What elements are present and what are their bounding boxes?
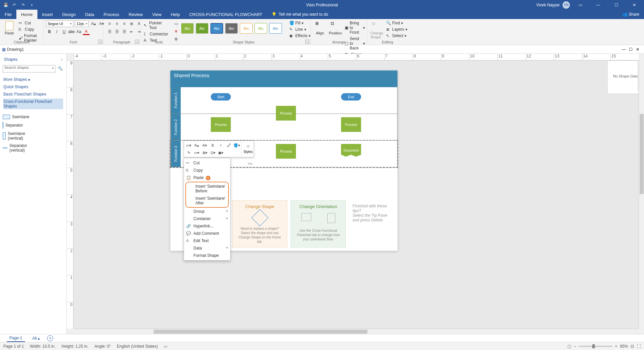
shape-style-5[interactable]: Abc (240, 23, 253, 34)
page-1-tab[interactable]: Page-1 (7, 335, 25, 342)
menu-insert-before[interactable]: Insert 'Swimlane' Before (186, 183, 228, 195)
zoom-level[interactable]: 85% (620, 344, 628, 349)
tab-data[interactable]: Data (80, 10, 99, 19)
fit-window-icon[interactable]: ⊡ (631, 344, 634, 349)
fill-button[interactable]: 🪣Fill ▾ (289, 20, 311, 26)
shape-style-3-selected[interactable]: Abc (210, 23, 223, 34)
hscroll-thumb[interactable] (154, 330, 367, 334)
mini-style-icon[interactable]: ▭▾ (185, 142, 192, 149)
align-button[interactable]: ⊞Align (313, 20, 327, 36)
tab-home[interactable]: Home (16, 10, 37, 19)
align-bottom-icon[interactable]: ≡ (121, 20, 128, 27)
font-dialog-launcher[interactable]: ↘ (98, 40, 102, 44)
search-icon[interactable]: 🔍 (57, 65, 64, 72)
process-shape-3[interactable]: Process (341, 117, 361, 132)
swimlane-title[interactable]: Shared Process (170, 70, 397, 87)
paste-button[interactable]: Paste (3, 20, 16, 36)
mini-fill2-icon[interactable]: ▭▾ (193, 149, 200, 156)
align-middle-icon[interactable]: ≡ (114, 20, 120, 27)
align-right-icon[interactable]: ☰ (121, 28, 128, 35)
tab-cross-functional[interactable]: CROSS-FUNCTIONAL FLOWCHART (184, 10, 267, 19)
drawing-canvas[interactable]: Shared Process Function 1 Start Process … (73, 60, 639, 329)
cross-functional-link[interactable]: Cross-Functional Flowchart Shapes (3, 99, 63, 109)
mini-highlight-icon[interactable]: 🖍 (225, 142, 232, 149)
bullets-icon[interactable]: ≣ (128, 20, 135, 27)
more-shapes-link[interactable]: More Shapes ▸ (3, 76, 63, 82)
mini-line-icon[interactable]: ✎ (185, 149, 192, 156)
position-button[interactable]: ⊡Position (329, 20, 342, 36)
separator-vertical-shape[interactable]: Separator (vertical) (3, 143, 33, 153)
full-screen-icon[interactable]: ⛶ (637, 344, 641, 349)
layers-button[interactable]: ≣Layers ▾ (385, 27, 408, 32)
menu-paste[interactable]: 📋Paste1 (184, 174, 230, 182)
tell-me-search[interactable]: 💡 Tell me what you want to do (272, 10, 328, 19)
macro-record-icon[interactable]: ▭ (164, 344, 167, 349)
zoom-in-button[interactable]: + (615, 344, 617, 349)
tab-file[interactable]: File (0, 10, 16, 19)
shape-style-6[interactable]: Abc (255, 23, 267, 34)
separator-shape[interactable]: Separator (3, 122, 33, 129)
font-size-select[interactable]: 12pt. (75, 20, 89, 27)
user-name[interactable]: Vivek Nayyar (536, 3, 560, 7)
copy-button[interactable]: ⎘Copy (18, 27, 40, 32)
tab-review[interactable]: Review (124, 10, 148, 19)
add-page-button[interactable]: + (47, 335, 53, 341)
vertical-scrollbar[interactable] (639, 60, 644, 329)
menu-edit-text[interactable]: AEdit Text (184, 237, 230, 244)
minimize-button[interactable]: — (591, 0, 606, 10)
start-shape[interactable]: Start (211, 93, 231, 101)
menu-format-shape[interactable]: Format Shape (184, 252, 230, 259)
collapse-pane-icon[interactable]: ‹ (61, 57, 62, 62)
document-shape[interactable]: Document (341, 144, 361, 157)
shape-style-7[interactable]: Abc (269, 23, 282, 34)
basic-flowchart-link[interactable]: Basic Flowchart Shapes (3, 91, 63, 97)
effects-button[interactable]: ◉Effects ▾ (289, 33, 311, 38)
tab-view[interactable]: View (148, 10, 166, 19)
doc-minimize-icon[interactable]: — (622, 47, 626, 52)
all-pages-tab[interactable]: All ▴ (30, 335, 43, 342)
share-button[interactable]: 👥 Share (618, 10, 644, 19)
tab-process[interactable]: Process (99, 10, 124, 19)
search-shapes-input[interactable]: Search shapes (3, 65, 55, 72)
select-button[interactable]: ↖Select ▾ (385, 33, 408, 38)
line-button[interactable]: ✎Line ▾ (289, 27, 311, 32)
zoom-out-button[interactable]: − (574, 344, 576, 349)
horizontal-scrollbar[interactable] (73, 329, 639, 334)
lane-1-label[interactable]: Function 1 (171, 87, 181, 114)
pointer-tool-button[interactable]: ↖Pointer Tool (143, 20, 169, 30)
font-family-select[interactable]: Segoe UI (46, 20, 73, 27)
status-language[interactable]: English (United States) (117, 344, 158, 349)
swimlane-vertical-shape[interactable]: Swimlane (vertical) (3, 131, 33, 141)
tab-insert[interactable]: Insert (37, 10, 58, 19)
cut-button[interactable]: ✂Cut (18, 20, 40, 26)
menu-group[interactable]: Group (184, 208, 230, 215)
paragraph-dialog-launcher[interactable]: ↘ (135, 40, 139, 44)
italic-button[interactable]: I (53, 28, 60, 35)
mini-arrange-icon[interactable]: ▣▾ (217, 149, 224, 156)
tab-help[interactable]: Help (166, 10, 185, 19)
shape-style-2[interactable]: Abc (196, 23, 208, 34)
menu-cut[interactable]: ✂Cut (184, 159, 230, 167)
presentation-mode-icon[interactable]: ▢ (568, 344, 571, 349)
shape-styles-dialog-launcher[interactable]: ↘ (305, 40, 309, 44)
lane-3-label[interactable]: Function 3 (171, 141, 181, 167)
increase-font-icon[interactable]: A▴ (90, 20, 97, 27)
lane-2-label[interactable]: Function 2 (171, 114, 181, 140)
connector-tool-button[interactable]: ⤵Connector (143, 31, 169, 37)
ribbon-options-icon[interactable]: ▭ (573, 0, 588, 10)
bring-front-button[interactable]: ▣Bring to Front ▾ (344, 20, 366, 35)
menu-data[interactable]: Data (184, 244, 230, 252)
decrease-indent-icon[interactable]: ⇤ (128, 28, 135, 35)
align-left-icon[interactable]: ☰ (106, 28, 113, 35)
menu-container[interactable]: Container (184, 215, 230, 222)
shape-style-1[interactable]: Abc (181, 23, 194, 34)
mini-bold-button[interactable]: B (209, 142, 216, 149)
mini-font-inc-icon[interactable]: A▴ (193, 142, 200, 149)
process-shape-4[interactable]: Process (276, 144, 296, 159)
mini-italic-button[interactable]: I (217, 142, 224, 149)
user-avatar[interactable]: VN (562, 1, 570, 9)
find-button[interactable]: 🔍Find ▾ (385, 20, 408, 26)
save-icon[interactable]: 💾 (3, 2, 9, 8)
font-color-button[interactable]: A (83, 28, 90, 35)
align-center-icon[interactable]: ☰ (114, 28, 120, 35)
